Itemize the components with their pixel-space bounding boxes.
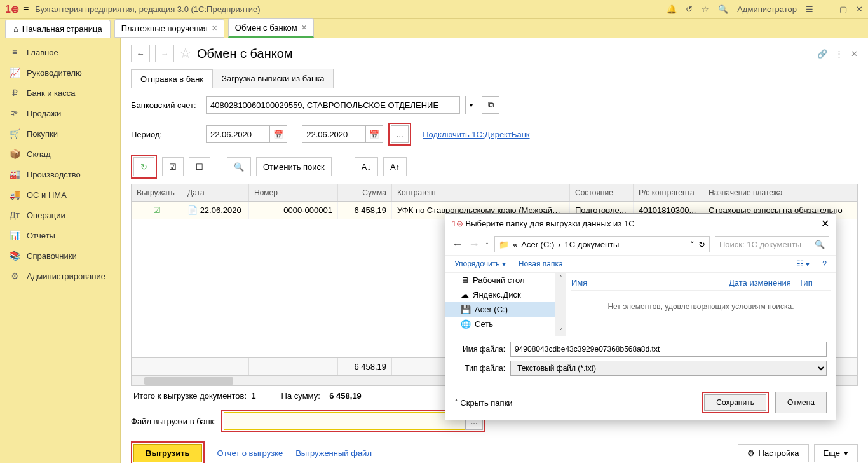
filename-input[interactable]: [510, 342, 827, 357]
nav-up-icon[interactable]: ↑: [485, 239, 489, 249]
doc-tab-exchange[interactable]: Обмен с банком ✕: [228, 18, 314, 38]
sort-desc-button[interactable]: A↑: [383, 157, 407, 176]
sidebar-item-reports[interactable]: 📊Отчеты: [0, 225, 120, 245]
cancel-search-button[interactable]: Отменить поиск: [256, 157, 332, 176]
direct-bank-link[interactable]: Подключить 1С:ДиректБанк: [423, 130, 529, 139]
dialog-close-icon[interactable]: ✕: [821, 218, 829, 230]
sidebar-item-purchases[interactable]: 🛒Покупки: [0, 123, 120, 144]
close-icon[interactable]: ✕: [856, 4, 863, 14]
highlight-ellipsis: ...: [388, 123, 411, 146]
sidebar-item-main[interactable]: ≡Главное: [0, 42, 120, 62]
breadcrumb[interactable]: 📁 « Acer (C:)› 1С документы ˅ ↻: [494, 236, 710, 252]
calendar-to-icon[interactable]: 📅: [365, 125, 383, 143]
bank-account-select[interactable]: 40802810060100029559, СТАВРОПОЛЬСКОЕ ОТД…: [206, 96, 460, 114]
col-type[interactable]: Тип: [799, 278, 831, 287]
tree-vscroll[interactable]: ˄˅: [555, 273, 566, 336]
sidebar-item-operations[interactable]: ДтОперации: [0, 205, 120, 225]
doc-tab-payments[interactable]: Платежные поручения ✕: [114, 19, 224, 38]
tree-item-yandex[interactable]: ☁Яндекс.Диск: [445, 287, 555, 302]
refresh-button[interactable]: ↻: [133, 157, 154, 176]
nav-back-button[interactable]: ←: [131, 45, 150, 62]
col-number[interactable]: Номер: [249, 184, 338, 201]
maximize-icon[interactable]: ▢: [839, 4, 847, 14]
upload-file-input[interactable]: [224, 412, 465, 430]
user-label[interactable]: Администратор: [737, 4, 797, 14]
period-picker-button[interactable]: ...: [391, 125, 409, 143]
upload-button[interactable]: Выгрузить: [133, 444, 202, 462]
more-button[interactable]: Еще ▾: [814, 444, 858, 462]
tab-send-to-bank[interactable]: Отправка в банк: [131, 69, 213, 88]
view-icon[interactable]: ☷ ▾: [797, 259, 810, 268]
nav-forward-icon[interactable]: →: [468, 238, 480, 251]
link-icon[interactable]: 🔗: [817, 49, 827, 59]
col-rs[interactable]: Р/с контрагента: [634, 184, 703, 201]
favorite-star-icon[interactable]: ☆: [179, 45, 192, 62]
cloud-icon: ☁: [461, 290, 469, 300]
col-date[interactable]: Дата: [182, 184, 249, 201]
history-icon[interactable]: ↺: [686, 4, 693, 14]
dropdown-icon[interactable]: ▾: [465, 96, 477, 114]
settings-button[interactable]: ⚙Настройка: [738, 444, 809, 462]
sidebar-item-sales[interactable]: 🛍Продажи: [0, 103, 120, 123]
menu-icon[interactable]: ☰: [806, 4, 813, 14]
bell-icon[interactable]: 🔔: [667, 4, 677, 14]
save-dialog: 1⊜ Выберите папку для выгрузки данных из…: [445, 213, 836, 420]
search-icon[interactable]: 🔍: [718, 4, 728, 14]
new-folder-button[interactable]: Новая папка: [519, 259, 563, 268]
star-icon[interactable]: ☆: [702, 4, 709, 14]
more-icon[interactable]: ⋮: [835, 49, 843, 59]
organize-button[interactable]: Упорядочить ▾: [454, 259, 506, 268]
sidebar-item-directories[interactable]: 📚Справочники: [0, 245, 120, 266]
col-purpose[interactable]: Назначение платежа: [703, 184, 857, 201]
logo-1c-small: 1⊜: [452, 219, 463, 228]
check-all-button[interactable]: ☑: [162, 157, 184, 176]
open-icon[interactable]: ⧉: [482, 96, 499, 114]
chevron-down-icon[interactable]: ˅: [690, 240, 695, 249]
close-tab-icon[interactable]: ✕: [301, 24, 307, 32]
nav-back-icon[interactable]: ←: [452, 238, 463, 251]
find-button[interactable]: 🔍: [227, 157, 251, 176]
col-upload[interactable]: Выгружать: [132, 184, 182, 201]
hide-folders-button[interactable]: ˄ Скрыть папки: [454, 398, 513, 408]
save-button[interactable]: Сохранить: [704, 394, 766, 411]
col-contragent[interactable]: Контрагент: [392, 184, 570, 201]
sidebar-item-assets[interactable]: 🚚ОС и НМА: [0, 184, 120, 205]
tab-load-statement[interactable]: Загрузка выписки из банка: [212, 69, 334, 88]
sidebar-item-production[interactable]: 🏭Производство: [0, 164, 120, 184]
minimize-icon[interactable]: —: [822, 4, 831, 14]
sort-asc-button[interactable]: A↓: [355, 157, 378, 176]
start-tab[interactable]: ⌂ Начальная страница: [5, 20, 111, 38]
col-name[interactable]: Имя: [571, 278, 729, 287]
nav-forward-button[interactable]: →: [155, 45, 174, 62]
cancel-button[interactable]: Отмена: [775, 392, 827, 413]
upload-report-link[interactable]: Отчет о выгрузке: [217, 448, 283, 458]
sidebar-item-bank[interactable]: ₽Банк и касса: [0, 83, 120, 103]
date-from-input[interactable]: [206, 125, 269, 143]
calendar-from-icon[interactable]: 📅: [269, 125, 287, 143]
close-page-icon[interactable]: ✕: [851, 49, 858, 59]
tree-item-acer[interactable]: 💾Acer (C:): [445, 302, 555, 317]
date-to-input[interactable]: [302, 125, 365, 143]
upload-checkbox[interactable]: ☑: [132, 202, 182, 219]
refresh-icon[interactable]: ↻: [698, 240, 705, 249]
reports-icon: 📊: [9, 230, 20, 240]
help-icon[interactable]: ?: [822, 259, 827, 268]
tree-item-network[interactable]: 🌐Сеть: [445, 317, 555, 331]
dt-icon: Дт: [9, 210, 20, 220]
sidebar-item-manager[interactable]: 📈Руководителю: [0, 62, 120, 83]
hamburger-icon[interactable]: ≡: [23, 4, 29, 15]
sidebar-item-warehouse[interactable]: 📦Склад: [0, 144, 120, 164]
uncheck-all-button[interactable]: ☐: [189, 157, 210, 176]
sidebar-item-admin[interactable]: ⚙Администрирование: [0, 266, 120, 286]
close-tab-icon[interactable]: ✕: [212, 24, 217, 32]
gear-icon: ⚙: [747, 448, 755, 458]
col-sum[interactable]: Сумма: [338, 184, 392, 201]
tree-item-desktop[interactable]: 🖥Рабочий стол: [445, 273, 555, 287]
desktop-icon: 🖥: [461, 275, 469, 285]
sidebar: ≡Главное 📈Руководителю ₽Банк и касса 🛍Пр…: [0, 38, 121, 463]
search-input[interactable]: Поиск: 1С документы 🔍: [715, 236, 829, 252]
col-date[interactable]: Дата изменения: [729, 278, 799, 287]
filetype-select[interactable]: Текстовый файл (*.txt): [510, 361, 827, 376]
col-state[interactable]: Состояние: [570, 184, 634, 201]
uploaded-file-link[interactable]: Выгруженный файл: [295, 448, 372, 458]
